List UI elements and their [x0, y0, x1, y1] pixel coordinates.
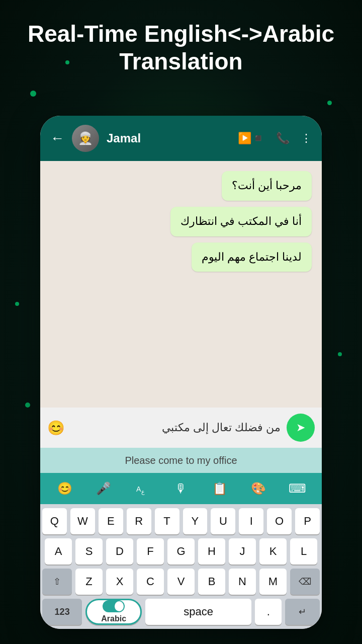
- enter-key[interactable]: ↵: [285, 599, 320, 625]
- key-b[interactable]: B: [198, 569, 225, 595]
- translation-text: Please come to my office: [125, 455, 237, 466]
- arabic-toggle-key[interactable]: Arabic: [85, 599, 142, 625]
- emoji-tool-button[interactable]: 😊: [52, 476, 77, 501]
- keyboard-icon-button[interactable]: ⌨: [285, 476, 310, 501]
- key-o[interactable]: O: [267, 508, 292, 534]
- phone-frame: ← 👳 Jamal ▶️◾ 📞 ⋮ مرحبا أين أنت؟ أنا في …: [40, 116, 322, 629]
- backspace-key[interactable]: ⌫: [290, 569, 320, 595]
- key-p[interactable]: P: [295, 508, 320, 534]
- input-area: 😊 من فضلك تعال إلى مكتبي ➤: [40, 408, 322, 448]
- chat-header: ← 👳 Jamal ▶️◾ 📞 ⋮: [40, 116, 322, 161]
- send-button[interactable]: ➤: [287, 414, 315, 442]
- keyboard: Q W E R T Y U I O P A S D F G H J K L ⇧ …: [40, 504, 322, 629]
- keyboard-row-2: A S D F G H J K L: [42, 538, 320, 565]
- keyboard-row-4: 123 Arabic space . ↵: [42, 599, 320, 625]
- key-x[interactable]: X: [106, 569, 133, 595]
- keyboard-row-3: ⇧ Z X C V B N M ⌫: [42, 569, 320, 595]
- video-call-icon[interactable]: ▶️◾: [238, 132, 265, 145]
- send-icon: ➤: [296, 421, 305, 434]
- input-field-wrap: من فضلك تعال إلى مكتبي: [71, 421, 281, 434]
- key-y[interactable]: Y: [183, 508, 208, 534]
- key-v[interactable]: V: [167, 569, 195, 595]
- page-title: Real-Time English<->Arabic Translation: [0, 20, 362, 75]
- message-bubble-1: مرحبا أين أنت؟: [222, 171, 312, 201]
- avatar: 👳: [72, 125, 99, 152]
- translate-button[interactable]: A ع: [130, 476, 155, 501]
- svg-text:ع: ع: [141, 489, 145, 495]
- phone-call-icon[interactable]: 📞: [276, 132, 290, 145]
- key-m[interactable]: M: [259, 569, 287, 595]
- dot-decoration: [338, 352, 342, 356]
- key-u[interactable]: U: [211, 508, 235, 534]
- chat-area: مرحبا أين أنت؟ أنا في المكتب في انتظارك …: [40, 161, 322, 408]
- back-button[interactable]: ←: [50, 130, 64, 146]
- key-h[interactable]: H: [198, 538, 225, 565]
- toggle-switch: [103, 600, 125, 612]
- svg-text:A: A: [136, 485, 141, 493]
- keyboard-row-1: Q W E R T Y U I O P: [42, 508, 320, 534]
- space-key[interactable]: space: [145, 599, 251, 625]
- translation-bar: Please come to my office: [40, 448, 322, 473]
- key-c[interactable]: C: [137, 569, 164, 595]
- key-s[interactable]: S: [75, 538, 103, 565]
- arabic-toggle-label: Arabic: [101, 614, 126, 623]
- key-n[interactable]: N: [229, 569, 256, 595]
- message-bubble-2: أنا في المكتب في انتظارك: [170, 207, 312, 236]
- key-f[interactable]: F: [137, 538, 164, 565]
- dot-decoration: [15, 302, 19, 306]
- key-k[interactable]: K: [259, 538, 287, 565]
- key-z[interactable]: Z: [75, 569, 103, 595]
- dot-decoration: [25, 403, 30, 408]
- shift-key[interactable]: ⇧: [42, 569, 72, 595]
- key-q[interactable]: Q: [42, 508, 67, 534]
- message-bubble-3: لدينا اجتماع مهم اليوم: [192, 243, 312, 272]
- key-t[interactable]: T: [155, 508, 179, 534]
- key-r[interactable]: R: [127, 508, 151, 534]
- key-j[interactable]: J: [229, 538, 256, 565]
- key-d[interactable]: D: [106, 538, 133, 565]
- key-l[interactable]: L: [290, 538, 317, 565]
- mic-button[interactable]: 🎙: [168, 476, 194, 501]
- key-w[interactable]: W: [70, 508, 95, 534]
- emoji-button[interactable]: 😊: [47, 420, 65, 436]
- key-g[interactable]: G: [167, 538, 195, 565]
- message-input[interactable]: من فضلك تعال إلى مكتبي: [71, 421, 281, 434]
- dot-decoration: [327, 101, 332, 105]
- avatar-image: 👳: [72, 125, 99, 152]
- key-a[interactable]: A: [45, 538, 72, 565]
- keyboard-toolbar: 😊 🎤 A ع 🎙 📋 🎨 ⌨: [40, 473, 322, 504]
- toggle-knob: [115, 601, 124, 611]
- contact-name: Jamal: [107, 131, 230, 145]
- theme-button[interactable]: 🎨: [246, 476, 271, 501]
- dot-decoration: [30, 91, 36, 97]
- more-options-icon[interactable]: ⋮: [301, 132, 312, 145]
- key-e[interactable]: E: [99, 508, 123, 534]
- period-key[interactable]: .: [255, 599, 282, 625]
- numbers-key[interactable]: 123: [42, 599, 82, 625]
- key-i[interactable]: I: [239, 508, 263, 534]
- clipboard-button[interactable]: 📋: [207, 476, 232, 501]
- header-icons: ▶️◾ 📞 ⋮: [238, 132, 312, 145]
- voice-translate-button[interactable]: 🎤: [91, 476, 116, 501]
